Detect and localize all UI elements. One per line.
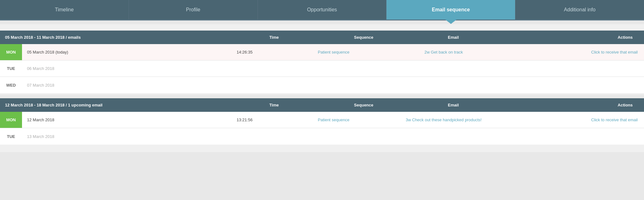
week-header-1: 05 March 2018 - 11 March 2018 / emails T… (0, 31, 644, 44)
tab-email-sequence[interactable]: Email sequence (386, 0, 515, 20)
day-row: TUE06 March 2018 (0, 60, 644, 77)
day-row: WED07 March 2018 (0, 77, 644, 93)
col-email-2: Email (408, 103, 498, 107)
day-action[interactable]: Click to receive that email (509, 45, 644, 59)
col-sequence-2: Sequence (319, 103, 408, 107)
tab-additional-info[interactable]: Additional info (515, 0, 644, 20)
col-time-1: Time (229, 35, 319, 40)
tab-timeline[interactable]: Timeline (0, 0, 129, 20)
week-header-2: 12 March 2018 - 18 March 2018 / 1 upcomi… (0, 98, 644, 112)
day-label: MON (0, 44, 22, 60)
week-section-2: 12 March 2018 - 18 March 2018 / 1 upcomi… (0, 98, 644, 145)
day-label: WED (0, 77, 22, 93)
col-actions-1: Actions (498, 35, 639, 40)
content-area: 05 March 2018 - 11 March 2018 / emails T… (0, 24, 644, 152)
day-row: MON12 March 201813:21:56Patient sequence… (0, 112, 644, 128)
spacer-top (0, 20, 644, 24)
day-row: MON05 March 2018 (today)14:26:35Patient … (0, 44, 644, 60)
week-title-2: 12 March 2018 - 18 March 2018 / 1 upcomi… (5, 103, 229, 107)
col-email-1: Email (408, 35, 498, 40)
col-actions-2: Actions (498, 103, 639, 107)
day-label: TUE (0, 128, 22, 145)
day-date: 07 March 2018 (22, 78, 220, 92)
day-date: 06 March 2018 (22, 62, 220, 75)
day-sequence[interactable]: Patient sequence (289, 113, 378, 127)
day-label: MON (0, 112, 22, 128)
day-date: 12 March 2018 (22, 113, 200, 127)
day-label: TUE (0, 60, 22, 77)
day-email[interactable]: 2w Get back on track (378, 45, 509, 59)
day-date: 05 March 2018 (today) (22, 45, 200, 59)
tab-bar: TimelineProfileOpportunitiesEmail sequen… (0, 0, 644, 20)
day-row: TUE13 March 2018 (0, 128, 644, 145)
tab-opportunities[interactable]: Opportunities (258, 0, 387, 20)
day-time: 14:26:35 (200, 45, 289, 59)
day-sequence[interactable]: Patient sequence (289, 45, 378, 59)
day-action[interactable]: Click to receive that email (509, 113, 644, 127)
day-email[interactable]: 3w Check out these handpicked products! (378, 113, 509, 127)
day-date: 13 March 2018 (22, 130, 220, 143)
day-time: 13:21:56 (200, 113, 289, 127)
tab-profile[interactable]: Profile (129, 0, 258, 20)
col-sequence-1: Sequence (319, 35, 408, 40)
col-time-2: Time (229, 103, 319, 107)
week-section-1: 05 March 2018 - 11 March 2018 / emails T… (0, 31, 644, 93)
week-spacer (0, 94, 644, 98)
week-title-1: 05 March 2018 - 11 March 2018 / emails (5, 35, 229, 40)
